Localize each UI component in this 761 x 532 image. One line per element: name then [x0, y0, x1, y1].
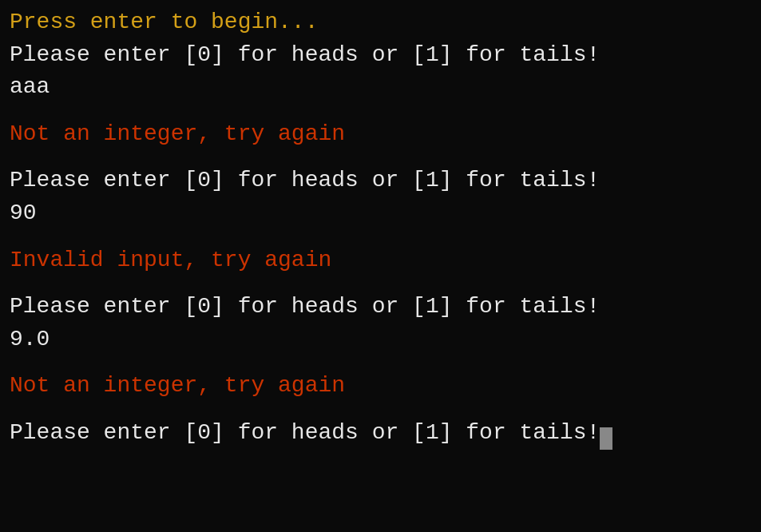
error-1: Not an integer, try again [10, 118, 751, 151]
press-enter: Press enter to begin... [10, 6, 751, 39]
spacer-3 [10, 104, 751, 118]
input-1: aaa [10, 71, 751, 104]
cursor [600, 427, 612, 450]
error-2: Invalid input, try again [10, 244, 751, 277]
prompt-3: Please enter [0] for heads or [1] for ta… [10, 291, 751, 324]
input-3: 9.0 [10, 324, 751, 356]
spacer-15 [10, 403, 751, 417]
spacer-13 [10, 355, 751, 370]
prompt-4: Please enter [0] for heads or [1] for ta… [10, 417, 751, 450]
spacer-8 [10, 230, 751, 244]
prompt-2: Please enter [0] for heads or [1] for ta… [10, 165, 751, 197]
terminal-container: Press enter to begin...Please enter [0] … [10, 6, 751, 450]
spacer-10 [10, 276, 751, 291]
spacer-5 [10, 150, 751, 165]
input-2: 90 [10, 197, 751, 230]
prompt-1: Please enter [0] for heads or [1] for ta… [10, 39, 751, 72]
error-3: Not an integer, try again [10, 370, 751, 403]
